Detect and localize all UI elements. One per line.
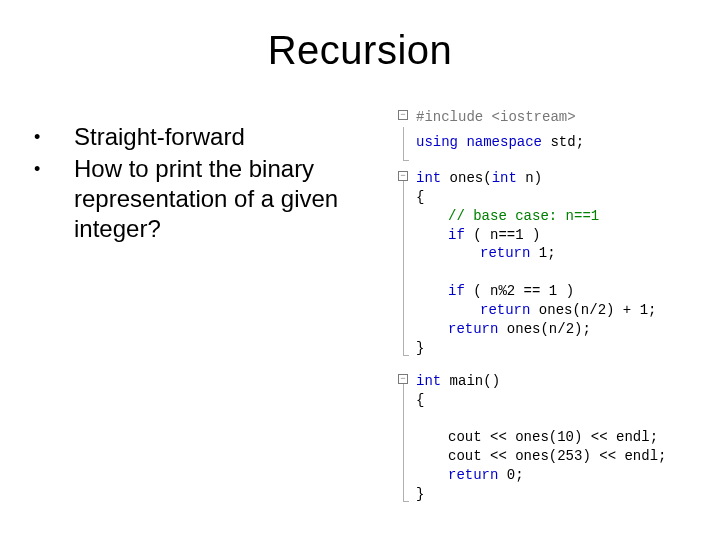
code-line: if ( n==1 ) <box>416 226 708 245</box>
code-block-main: − int main() { cout << ones(10) << endl;… <box>398 372 708 504</box>
code-line: if ( n%2 == 1 ) <box>416 282 708 301</box>
code-blank-line <box>416 263 708 282</box>
slide: Recursion • Straight-forward • How to pr… <box>0 0 720 540</box>
bullet-icon: • <box>28 154 74 244</box>
code-block-using: using namespace std; <box>398 133 708 163</box>
code-text: using namespace <box>416 134 542 150</box>
code-line: return ones(n/2) + 1; <box>416 301 708 320</box>
code-line: { <box>416 188 708 207</box>
bullet-text: How to print the binary representation o… <box>74 154 383 244</box>
list-item: • Straight-forward <box>28 122 383 152</box>
fold-collapse-icon: − <box>398 374 408 384</box>
code-line: return ones(n/2); <box>416 320 708 339</box>
bullet-icon: • <box>28 122 74 152</box>
code-line: } <box>416 339 708 358</box>
code-line: cout << ones(253) << endl; <box>416 447 708 466</box>
code-block-ones: − int ones(int n) { // base case: n==1 i… <box>398 169 708 358</box>
code-line: } <box>416 485 708 504</box>
code-text: #include <iostream> <box>416 109 576 125</box>
bullet-text: Straight-forward <box>74 122 383 152</box>
code-line: int main() <box>416 372 708 391</box>
code-line: int ones(int n) <box>416 169 708 188</box>
code-text: std; <box>542 134 584 150</box>
code-line: cout << ones(10) << endl; <box>416 428 708 447</box>
fold-collapse-icon: − <box>398 171 408 181</box>
fold-collapse-icon: − <box>398 110 408 120</box>
code-line: return 1; <box>416 244 708 263</box>
list-item: • How to print the binary representation… <box>28 154 383 244</box>
code-line: { <box>416 391 708 410</box>
code-line: return 0; <box>416 466 708 485</box>
code-block-include: − #include <iostream> <box>398 108 708 127</box>
code-blank-line <box>416 410 708 429</box>
spacer <box>398 364 708 372</box>
code-panel: − #include <iostream> using namespace st… <box>398 108 708 510</box>
code-line: // base case: n==1 <box>416 207 708 226</box>
slide-title: Recursion <box>0 28 720 73</box>
bullet-list: • Straight-forward • How to print the bi… <box>28 122 383 246</box>
